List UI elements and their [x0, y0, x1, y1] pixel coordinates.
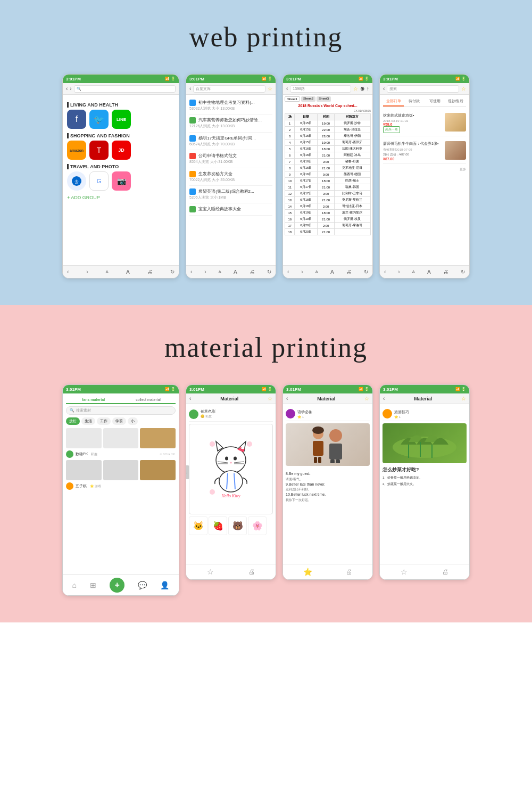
grid-cell[interactable]: [66, 428, 102, 448]
chip-relax[interactable]: 放松: [66, 417, 80, 425]
phone2-nav[interactable]: ‹ 百度文库 ☆: [186, 83, 276, 95]
fwd-icon[interactable]: ›: [86, 269, 88, 275]
footer-print[interactable]: 🖨: [346, 568, 352, 576]
line-icon[interactable]: LINE: [112, 110, 131, 129]
list-item[interactable]: 公司申请书格式范文 8554人浏览 大小:31.00KB: [189, 150, 272, 168]
chip-small[interactable]: 小: [128, 417, 138, 425]
font-large-icon[interactable]: A: [234, 269, 237, 275]
refresh-icon[interactable]: ↻: [170, 269, 174, 275]
sheet1-tab[interactable]: Sheet1: [285, 96, 300, 102]
tmall-icon[interactable]: T: [89, 141, 109, 160]
phone3-share[interactable]: ↑: [367, 86, 369, 92]
list-item[interactable]: 杨明17天搞定GRE单词(时间... 68574人浏览 大小:70.00KB: [189, 133, 272, 150]
sheet3-tab[interactable]: Sheet3: [317, 96, 331, 102]
more-btn[interactable]: 更多: [383, 167, 466, 172]
chat-nav-icon[interactable]: 💬: [138, 581, 147, 589]
grid-cell-gold2[interactable]: [140, 460, 176, 480]
sticker-item[interactable]: 🍓: [209, 516, 227, 535]
sheet2-tab[interactable]: Sheet2: [301, 96, 315, 102]
add-nav-btn[interactable]: +: [110, 578, 124, 593]
phone4-urlbar[interactable]: 搜索: [387, 85, 459, 93]
refresh-icon[interactable]: ↻: [267, 269, 271, 275]
facebook-icon[interactable]: f: [67, 110, 86, 129]
print-icon[interactable]: 🖨: [346, 269, 352, 275]
list-item[interactable]: 初中生物地理会考复习资料(... 53032人浏览 大小:13.00KB: [189, 97, 272, 114]
phone3-back[interactable]: ‹: [286, 86, 288, 92]
tab-all-orders[interactable]: 全部订单: [383, 97, 404, 106]
amazon-icon[interactable]: amazon: [67, 141, 86, 160]
sticker-item[interactable]: 🌸: [248, 516, 267, 535]
google-icon[interactable]: G: [89, 171, 109, 191]
fwd-icon[interactable]: ›: [398, 269, 400, 275]
mphone2-back[interactable]: ‹: [189, 396, 191, 401]
footer-star[interactable]: ⭐: [303, 568, 312, 576]
footer-print[interactable]: 🖨: [442, 568, 448, 576]
photo-icon[interactable]: 📷: [112, 171, 131, 191]
footer-print[interactable]: 🖨: [248, 568, 255, 576]
grid-cell[interactable]: [66, 460, 102, 480]
add-group-btn[interactable]: + ADD GROUP: [67, 195, 174, 200]
font-large-icon[interactable]: A: [427, 269, 431, 275]
phone1-urlbar[interactable]: 🔍: [74, 85, 176, 93]
home-nav-icon[interactable]: ⌂: [72, 581, 77, 589]
fans-material-tab[interactable]: fans material: [66, 396, 121, 403]
phone4-star[interactable]: ☆: [461, 86, 466, 92]
list-item[interactable]: 汽车英营养师教您如何巧妙清除... 12126人浏览 大小:13.00KB: [189, 114, 272, 132]
phone2-star[interactable]: ☆: [268, 86, 272, 92]
list-item[interactable]: 宝宝入睡经典故事大全: [189, 203, 272, 216]
phone3-star[interactable]: ☆: [353, 86, 358, 92]
apps-nav-icon[interactable]: ⊞: [90, 581, 96, 589]
ctrip-icon[interactable]: 去: [67, 171, 86, 191]
phone1-nav[interactable]: ‹ › 🔍: [63, 83, 179, 95]
mphone2-star[interactable]: ☆: [268, 396, 272, 401]
mphone4-back[interactable]: ‹: [383, 396, 385, 401]
back-icon[interactable]: ‹: [384, 269, 386, 275]
list-item[interactable]: 生发养发秘方大全 70022人浏览 大小:35.00KB: [189, 168, 272, 186]
footer-star[interactable]: ☆: [401, 568, 408, 576]
order-item[interactable]: 廖师傅毛扒牛牛肉面：代金券1张• 有效期到2018-07-09 2份| 总价：¥…: [383, 138, 466, 164]
chip-work[interactable]: 工作: [97, 417, 111, 425]
phone2-back[interactable]: ‹: [189, 86, 191, 92]
grid-cell[interactable]: [103, 428, 139, 448]
back-icon[interactable]: ‹: [190, 269, 192, 275]
sticker-item[interactable]: 🐱: [189, 516, 207, 535]
print-icon[interactable]: 🖨: [443, 269, 448, 275]
grid-cell-gold[interactable]: [140, 428, 176, 448]
refresh-icon[interactable]: ↻: [461, 269, 465, 275]
font-small-icon[interactable]: A: [412, 269, 415, 274]
mphone3-back[interactable]: ‹: [286, 396, 288, 401]
back-icon[interactable]: ‹: [67, 269, 69, 275]
phone4-back[interactable]: ‹: [383, 86, 385, 92]
collect-material-tab[interactable]: collect material: [121, 396, 176, 403]
phone3-nav[interactable]: ‹ 1398路 ☆ ⊕ ↑: [283, 83, 372, 95]
material-search[interactable]: 🔍 搜索素材: [66, 406, 176, 415]
phone1-forward[interactable]: ›: [70, 86, 71, 92]
font-small-icon[interactable]: A: [106, 269, 109, 274]
refresh-icon[interactable]: ↻: [364, 269, 368, 275]
phone2-urlbar[interactable]: 百度文库: [193, 85, 265, 93]
grid-cell[interactable]: [103, 460, 139, 480]
tab-pending[interactable]: 待付款: [404, 97, 425, 106]
mphone3-star[interactable]: ☆: [364, 396, 369, 401]
print-icon[interactable]: 🖨: [250, 269, 255, 275]
phone3-urlbar[interactable]: 1398路: [290, 85, 351, 93]
phone4-nav[interactable]: ‹ 搜索 ☆: [380, 83, 469, 95]
back-icon[interactable]: ‹: [287, 269, 289, 275]
tab-refund[interactable]: 退款/售后: [445, 97, 466, 106]
phone3-action[interactable]: ⊕: [360, 86, 364, 92]
print-icon[interactable]: 🖨: [147, 269, 153, 275]
twitter-icon[interactable]: 🐦: [89, 110, 109, 129]
order-item[interactable]: 饮米韩式鼓皮鸡饭• 2018-03-19 11:33 ¥58.6 高兴一单: [383, 110, 466, 136]
chip-life[interactable]: 生活: [81, 417, 95, 425]
fwd-icon[interactable]: ›: [204, 269, 206, 275]
jd-icon[interactable]: JD: [112, 141, 131, 160]
mphone4-star[interactable]: ☆: [461, 396, 466, 401]
font-large-icon[interactable]: A: [126, 269, 130, 275]
footer-star[interactable]: ☆: [207, 568, 214, 576]
font-large-icon[interactable]: A: [330, 269, 334, 275]
slide-handle-left[interactable]: ‹: [186, 465, 189, 479]
list-item[interactable]: 希望英语(第二版)综合教程2... 5206人浏览 大小:1MB: [189, 186, 272, 203]
font-small-icon[interactable]: A: [315, 269, 318, 274]
chip-preschool[interactable]: 学前: [112, 417, 126, 425]
profile-nav-icon[interactable]: 👤: [160, 581, 169, 589]
